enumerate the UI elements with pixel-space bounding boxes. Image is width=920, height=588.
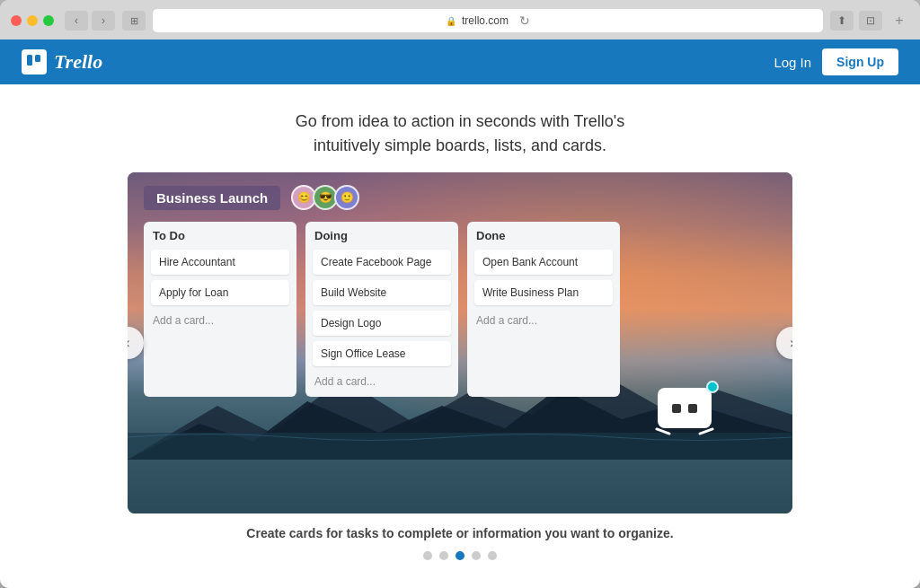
browser-window: ‹ › ⊞ 🔒 trello.com ↻ ⬆ ⊡ + Tr bbox=[0, 0, 920, 588]
add-card-done[interactable]: Add a card... bbox=[474, 311, 613, 330]
list-title-todo: To Do bbox=[151, 229, 289, 242]
board-title: Business Launch bbox=[144, 186, 280, 210]
board-header: Business Launch 😊 😎 🙂 bbox=[144, 185, 359, 210]
slide-dot-5[interactable] bbox=[488, 551, 497, 560]
slide-dot-2[interactable] bbox=[439, 551, 448, 560]
close-button[interactable] bbox=[11, 15, 22, 26]
list-doing: Doing Create Facebook Page Build Website… bbox=[305, 222, 458, 397]
trello-logo-icon bbox=[22, 49, 47, 75]
tab-icon: ⊞ bbox=[122, 11, 146, 31]
signup-button[interactable]: Sign Up bbox=[822, 48, 898, 75]
svg-rect-0 bbox=[27, 55, 32, 66]
demo-section: Business Launch 😊 😎 🙂 To Do Hire Account… bbox=[0, 158, 920, 588]
refresh-icon[interactable]: ↻ bbox=[519, 13, 530, 28]
slide-caption: Create cards for tasks to complete or in… bbox=[246, 526, 673, 540]
new-tab-button[interactable]: + bbox=[889, 11, 909, 31]
trello-navbar: Trello Log In Sign Up bbox=[0, 39, 920, 84]
robot-arms bbox=[649, 430, 721, 433]
card-apply-for-loan[interactable]: Apply for Loan bbox=[151, 280, 289, 305]
add-card-todo[interactable]: Add a card... bbox=[151, 311, 289, 330]
back-button[interactable]: ‹ bbox=[65, 11, 88, 31]
list-title-doing: Doing bbox=[313, 229, 451, 242]
login-button[interactable]: Log In bbox=[774, 55, 811, 70]
trello-logo: Trello bbox=[22, 49, 102, 75]
svg-rect-1 bbox=[35, 55, 40, 62]
card-hire-accountant[interactable]: Hire Accountant bbox=[151, 250, 289, 275]
list-title-done: Done bbox=[474, 229, 613, 242]
minimize-button[interactable] bbox=[27, 15, 38, 26]
bookmark-button[interactable]: ⊡ bbox=[859, 11, 882, 31]
robot-body bbox=[658, 388, 712, 428]
fullscreen-button[interactable] bbox=[43, 15, 54, 26]
list-todo: To Do Hire Accountant Apply for Loan Add… bbox=[144, 222, 296, 397]
list-done: Done Open Bank Account Write Business Pl… bbox=[467, 222, 620, 397]
add-card-doing[interactable]: Add a card... bbox=[313, 372, 451, 391]
slide-dot-1[interactable] bbox=[423, 551, 432, 560]
hero-title: Go from idea to action in seconds with T… bbox=[18, 110, 902, 158]
robot-eye-right bbox=[688, 404, 697, 413]
hero-title-line2: intuitively simple boards, lists, and ca… bbox=[314, 136, 606, 154]
card-write-business-plan[interactable]: Write Business Plan bbox=[474, 280, 613, 305]
card-sign-office-lease[interactable]: Sign Office Lease bbox=[313, 341, 451, 366]
share-button[interactable]: ⬆ bbox=[830, 11, 854, 31]
address-bar[interactable]: 🔒 trello.com ↻ bbox=[153, 9, 823, 32]
card-create-facebook[interactable]: Create Facebook Page bbox=[313, 250, 451, 275]
page-content: Trello Log In Sign Up Go from idea to ac… bbox=[0, 39, 920, 588]
lists-container: To Do Hire Accountant Apply for Loan Add… bbox=[144, 222, 776, 397]
board-avatars: 😊 😎 🙂 bbox=[291, 185, 359, 210]
nav-buttons: ‹ › bbox=[65, 11, 115, 31]
url-text: trello.com bbox=[462, 14, 509, 27]
avatar-3: 🙂 bbox=[334, 185, 359, 210]
browser-actions: ⬆ ⊡ bbox=[830, 11, 882, 31]
slide-dot-4[interactable] bbox=[472, 551, 481, 560]
robot-arm-left bbox=[655, 427, 671, 435]
nav-buttons-right: Log In Sign Up bbox=[774, 48, 898, 75]
robot-mascot bbox=[649, 388, 721, 460]
card-open-bank[interactable]: Open Bank Account bbox=[474, 250, 613, 275]
lock-icon: 🔒 bbox=[446, 16, 456, 26]
slide-dots bbox=[423, 551, 497, 560]
robot-indicator bbox=[706, 381, 719, 393]
hero-section: Go from idea to action in seconds with T… bbox=[0, 84, 920, 158]
trello-logo-text: Trello bbox=[54, 50, 102, 74]
card-build-website[interactable]: Build Website bbox=[313, 280, 451, 305]
traffic-lights bbox=[11, 15, 54, 26]
hero-title-line1: Go from idea to action in seconds with T… bbox=[296, 112, 625, 130]
slide-dot-3[interactable] bbox=[456, 551, 464, 560]
forward-button[interactable]: › bbox=[92, 11, 115, 31]
robot-arm-right bbox=[698, 427, 714, 435]
board-container: Business Launch 😊 😎 🙂 To Do Hire Account… bbox=[128, 172, 792, 513]
card-design-logo[interactable]: Design Logo bbox=[313, 311, 451, 336]
browser-chrome: ‹ › ⊞ 🔒 trello.com ↻ ⬆ ⊡ + bbox=[0, 0, 920, 39]
robot-eye-left bbox=[672, 404, 681, 413]
